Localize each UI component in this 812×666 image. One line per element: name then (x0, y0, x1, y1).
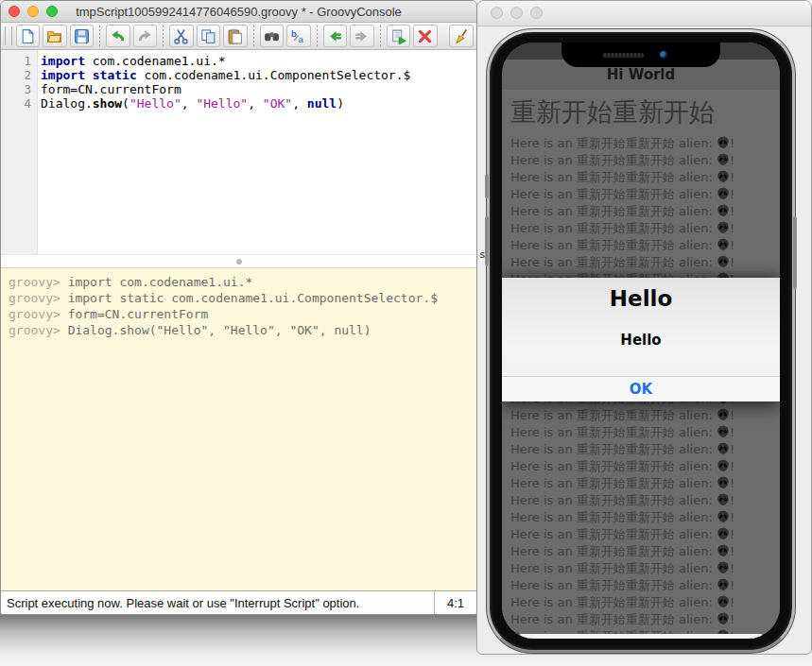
alien-row: Here is an 重新开始重新开始 alien: ! (510, 152, 780, 169)
console-output-line: groovy> Dialog.show("Hello", "Hello", "O… (9, 322, 476, 338)
toolbar-separator (443, 26, 444, 46)
status-message: Script executing now. Please wait or use… (1, 596, 434, 610)
execute-script-button[interactable] (387, 25, 411, 47)
code-line[interactable]: 4Dialog.show("Hello", "Hello", "OK", nul… (1, 96, 476, 111)
line-number: 3 (1, 82, 41, 96)
code-line[interactable]: 3form=CN.currentForm (1, 82, 476, 96)
volume-down-button (485, 216, 489, 265)
simulator-window-controls (491, 7, 543, 19)
zoom-button[interactable] (46, 6, 58, 17)
alien-row: Here is an 重新开始重新开始 alien: ! (510, 543, 780, 560)
alien-row: Here is an 重新开始重新开始 alien: ! (510, 509, 780, 526)
alien-row: Here is an 重新开始重新开始 alien: ! (510, 560, 780, 577)
alien-row: Here is an 重新开始重新开始 alien: ! (510, 594, 780, 611)
power-button (793, 216, 797, 288)
groovy-console-titlebar[interactable]: tmpScript1005992414776046590.groovy * - … (1, 1, 476, 23)
alien-row: Here is an 重新开始重新开始 alien: ! (510, 237, 780, 254)
console-output-line: groovy> import static com.codename1.ui.C… (9, 290, 476, 306)
home-indicator (519, 634, 764, 639)
open-file-button[interactable] (43, 25, 67, 47)
clear-output-button[interactable] (449, 25, 474, 47)
undo-button[interactable] (106, 25, 130, 47)
toolbar-drag-handle[interactable] (5, 26, 12, 45)
app-title: Hi World (607, 66, 676, 83)
volume-up-button (485, 174, 489, 198)
line-number: 2 (1, 68, 41, 82)
hello-dialog: Hello Hello OK (502, 278, 780, 401)
toolbar-separator (380, 26, 381, 46)
open-folder-icon (46, 28, 62, 44)
alien-row: Here is an 重新开始重新开始 alien: ! (510, 254, 780, 271)
alien-row: Here is an 重新开始重新开始 alien: ! (510, 424, 780, 441)
alien-row: Here is an 重新开始重新开始 alien: ! (510, 135, 780, 152)
phone-notch (561, 43, 720, 67)
window-controls (9, 6, 58, 17)
zoom-button[interactable] (530, 7, 543, 19)
close-button[interactable] (9, 6, 20, 17)
interrupt-icon (417, 28, 433, 44)
execute-script-icon (390, 28, 406, 44)
front-camera-icon (660, 51, 667, 59)
alien-emoji-icon (717, 238, 730, 251)
minimize-button[interactable] (510, 7, 523, 19)
phone-frame: Hi World 重新开始重新开始 Here is an 重新开始重新开始 al… (487, 29, 795, 653)
simulator-window: s Hi World 重新开始重新开始 Here is an 重新开始重新开始 … (476, 0, 812, 655)
interrupt-script-button[interactable] (413, 25, 438, 47)
alien-emoji-icon (717, 204, 730, 217)
history-previous-button[interactable] (323, 25, 348, 47)
code-editor[interactable]: 1import com.codename1.ui.*2import static… (1, 50, 476, 254)
status-bar: Script executing now. Please wait or use… (1, 590, 476, 614)
alien-row: Here is an 重新开始重新开始 alien: ! (510, 186, 780, 203)
redo-icon (137, 28, 153, 44)
splitter-handle-icon[interactable] (236, 259, 242, 265)
alien-emoji-icon (717, 578, 730, 591)
dialog-title: Hello (502, 286, 780, 311)
toolbar-separator (99, 26, 100, 46)
new-file-button[interactable] (16, 25, 41, 47)
simulator-titlebar[interactable] (477, 1, 811, 26)
alien-row: Here is an 重新开始重新开始 alien: ! (510, 220, 780, 237)
caret-position: 4:1 (434, 591, 476, 614)
new-file-icon (20, 28, 36, 44)
alien-emoji-icon (717, 136, 730, 149)
phone-screen: Hi World 重新开始重新开始 Here is an 重新开始重新开始 al… (502, 43, 780, 639)
paste-button[interactable] (223, 25, 248, 47)
close-button[interactable] (491, 7, 503, 19)
code-line[interactable]: 2import static com.codename1.ui.Componen… (1, 68, 476, 82)
replace-button[interactable]: ba (286, 25, 311, 47)
ok-button[interactable]: OK (502, 376, 780, 401)
alien-row: Here is an 重新开始重新开始 alien: ! (510, 492, 780, 509)
code-lines: 1import com.codename1.ui.*2import static… (1, 50, 476, 111)
dialog-body: Hello (502, 332, 780, 349)
find-button[interactable] (260, 25, 285, 47)
redo-button[interactable] (133, 25, 158, 47)
code-line[interactable]: 1import com.codename1.ui.* (1, 54, 476, 68)
alien-row: Here is an 重新开始重新开始 alien: ! (510, 441, 780, 458)
console-output-line: groovy> form=CN.currentForm (9, 306, 476, 322)
alien-emoji-icon (717, 527, 730, 540)
history-next-icon (354, 28, 370, 44)
splitter[interactable] (1, 254, 476, 267)
alien-emoji-icon (717, 255, 730, 268)
line-number: 1 (1, 54, 41, 68)
history-next-button[interactable] (350, 25, 374, 47)
alien-emoji-icon (717, 459, 730, 472)
alien-emoji-icon (717, 493, 730, 506)
alien-emoji-icon (717, 153, 730, 166)
cut-button[interactable] (169, 25, 194, 47)
copy-button[interactable] (197, 25, 221, 47)
save-button[interactable] (70, 25, 95, 47)
window-title: tmpScript1005992414776046590.groovy * - … (76, 5, 402, 19)
toolbar-separator (163, 26, 164, 46)
console-output[interactable]: groovy> import com.codename1.ui.*groovy>… (1, 267, 476, 595)
toolbar-separator (253, 26, 254, 46)
groovy-console-window: tmpScript1005992414776046590.groovy * - … (0, 0, 477, 615)
svg-text:a: a (299, 34, 304, 44)
minimize-button[interactable] (27, 6, 39, 17)
replace-icon: ba (290, 28, 306, 44)
alien-emoji-icon (717, 187, 730, 200)
alien-emoji-icon (717, 561, 730, 574)
alien-emoji-icon (717, 612, 730, 625)
line-number: 4 (1, 96, 41, 111)
alien-emoji-icon (717, 170, 730, 183)
